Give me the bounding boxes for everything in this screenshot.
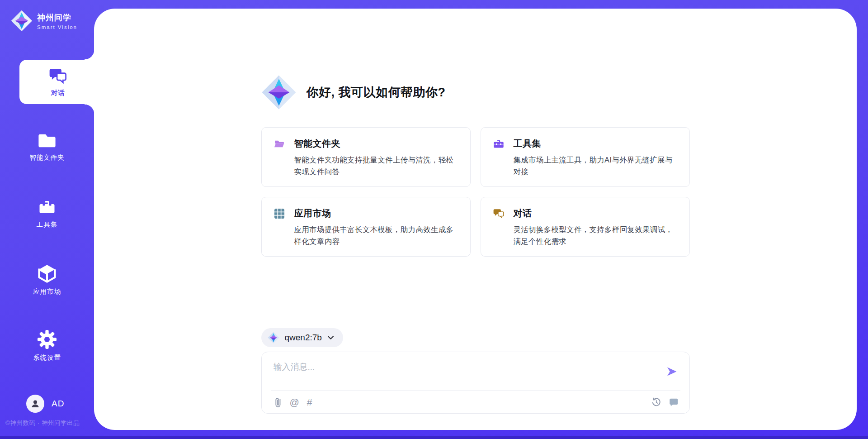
at-icon: @ [290, 397, 299, 407]
brand-logo-icon [11, 10, 33, 32]
message-composer: @ # [261, 352, 690, 414]
tab-fillet-bottom [85, 104, 94, 114]
chat-bubbles-icon [48, 67, 67, 86]
card-toolset[interactable]: 工具集 集成市场上主流工具，助力AI与外界无缝扩展与对接 [481, 127, 690, 187]
card-title: 应用市场 [294, 207, 331, 220]
briefcase-icon [493, 138, 505, 150]
grid-icon [274, 208, 285, 220]
card-description: 智能文件夹功能支持批量文件上传与清洗，轻松实现文件问答 [294, 154, 459, 177]
brand-name: 神州问学 [37, 12, 77, 23]
tab-fillet-top [85, 50, 94, 60]
greeting-text: 你好, 我可以如何帮助你? [307, 84, 446, 100]
bottom-edge [0, 436, 868, 439]
gear-icon [37, 329, 57, 349]
app-logo-icon [261, 75, 297, 110]
card-description: 应用市场提供丰富长文本模板，助力高效生成多样化文章内容 [294, 224, 459, 247]
attach-file-button[interactable] [274, 396, 282, 407]
main-panel: 你好, 我可以如何帮助你? 智能文件夹 智能文件夹功能支持批量文件上传与清洗，轻… [94, 9, 857, 430]
topic-button[interactable]: # [307, 397, 312, 407]
sidebar-item-label: 工具集 [37, 220, 58, 229]
content-column: 你好, 我可以如何帮助你? 智能文件夹 智能文件夹功能支持批量文件上传与清洗，轻… [261, 9, 690, 414]
model-name: qwen2:7b [285, 333, 322, 343]
sidebar-item-app-market[interactable]: 应用市场 [0, 263, 94, 296]
sidebar-item-label: 系统设置 [33, 353, 61, 362]
hash-icon: # [307, 397, 312, 407]
sidebar-item-smart-folder[interactable]: 智能文件夹 [0, 132, 94, 162]
card-app-market[interactable]: 应用市场 应用市场提供丰富长文本模板，助力高效生成多样化文章内容 [261, 197, 471, 257]
chat-bubbles-icon [493, 208, 505, 220]
card-title: 工具集 [514, 138, 542, 150]
card-description: 灵活切换多模型文件，支持多样回复效果调试，满足个性化需求 [514, 224, 679, 247]
mention-button[interactable]: @ [290, 397, 299, 407]
sidebar: 神州问学 Smart Vision 对话 智能文件夹 [0, 0, 94, 439]
folder-icon [38, 132, 57, 149]
copyright-text: ©神州数码 · 神州问学出品 [5, 419, 94, 427]
history-icon [651, 397, 661, 407]
send-icon [666, 366, 678, 377]
card-chat[interactable]: 对话 灵活切换多模型文件，支持多样回复效果调试，满足个性化需求 [481, 197, 690, 257]
card-title: 对话 [514, 207, 532, 220]
chat-square-icon [669, 397, 679, 407]
card-description: 集成市场上主流工具，助力AI与外界无缝扩展与对接 [514, 154, 679, 177]
greeting-row: 你好, 我可以如何帮助你? [261, 9, 690, 110]
sidebar-item-label: 应用市场 [33, 287, 61, 296]
new-chat-button[interactable] [669, 397, 679, 407]
sidebar-item-label: 智能文件夹 [29, 153, 65, 162]
chevron-down-icon [327, 335, 334, 340]
cube-icon [37, 263, 57, 283]
sidebar-item-chat[interactable]: 对话 [19, 60, 96, 104]
sidebar-item-toolset[interactable]: 工具集 [0, 198, 94, 229]
avatar [26, 395, 44, 413]
model-logo-icon [268, 332, 279, 344]
user-initials: AD [52, 399, 64, 409]
user-row[interactable]: AD [26, 395, 64, 413]
history-button[interactable] [651, 397, 661, 407]
feature-cards: 智能文件夹 智能文件夹功能支持批量文件上传与清洗，轻松实现文件问答 [261, 127, 690, 257]
sidebar-item-settings[interactable]: 系统设置 [0, 329, 94, 362]
brand: 神州问学 Smart Vision [11, 10, 77, 32]
paperclip-icon [274, 396, 282, 407]
card-smart-folder[interactable]: 智能文件夹 智能文件夹功能支持批量文件上传与清洗，轻松实现文件问答 [261, 127, 471, 187]
card-title: 智能文件夹 [294, 138, 341, 150]
sidebar-item-label: 对话 [51, 89, 65, 97]
send-button[interactable] [664, 364, 679, 381]
brand-subtitle: Smart Vision [37, 24, 77, 30]
model-selector[interactable]: qwen2:7b [261, 328, 343, 347]
folder-open-icon [274, 138, 285, 150]
briefcase-icon [38, 198, 57, 216]
message-input[interactable] [274, 361, 664, 386]
composer-toolbar: @ # [262, 391, 689, 413]
